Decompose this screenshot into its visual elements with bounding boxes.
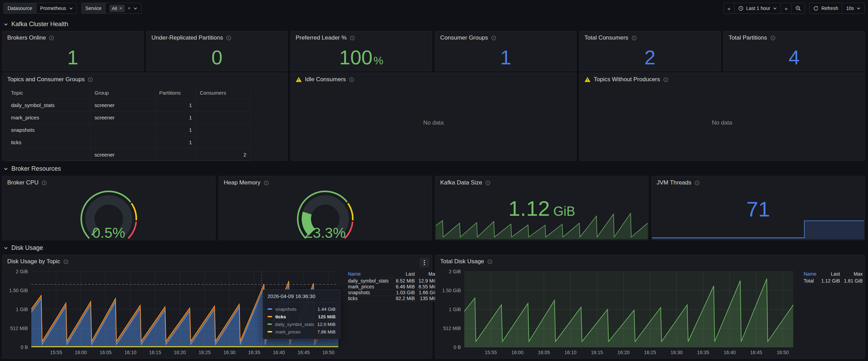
info-icon[interactable] bbox=[88, 77, 93, 82]
grafana-dashboard: Datasource Prometheus Service All × × bbox=[0, 0, 868, 361]
col-header-partitions[interactable]: Partitions bbox=[155, 87, 196, 99]
info-icon[interactable] bbox=[632, 35, 637, 41]
legend-header-name[interactable]: Name bbox=[348, 270, 392, 278]
panel-title: Heap Memory bbox=[224, 179, 261, 186]
cell-consumers bbox=[196, 124, 250, 136]
time-range-label: Last 1 hour bbox=[746, 6, 770, 11]
svg-text:23.3%: 23.3% bbox=[305, 225, 346, 241]
service-chip-all[interactable]: All × bbox=[109, 5, 125, 12]
info-icon[interactable] bbox=[42, 180, 47, 185]
stat-body: 71 bbox=[652, 189, 865, 240]
col-header-consumers[interactable]: Consumers bbox=[196, 87, 250, 99]
panel-title-row[interactable]: Total Disk Usage bbox=[435, 255, 865, 267]
clear-all-icon[interactable]: × bbox=[128, 6, 130, 11]
datasource-value: Prometheus bbox=[40, 6, 66, 11]
info-icon[interactable] bbox=[491, 35, 496, 41]
tooltip-series-name: snapshots bbox=[275, 307, 314, 312]
info-icon[interactable] bbox=[770, 35, 775, 41]
info-icon[interactable] bbox=[226, 35, 231, 41]
svg-text:16:40: 16:40 bbox=[273, 350, 285, 355]
svg-text:2 GiB: 2 GiB bbox=[449, 269, 461, 274]
section-broker-resources[interactable]: Broker Resources bbox=[4, 165, 61, 172]
datasource-select[interactable]: Prometheus bbox=[36, 3, 77, 13]
info-icon[interactable] bbox=[349, 77, 354, 82]
info-icon[interactable] bbox=[264, 180, 269, 185]
info-icon[interactable] bbox=[485, 180, 490, 185]
legend-header-max[interactable]: Max bbox=[840, 270, 863, 278]
zoom-out-button[interactable] bbox=[791, 3, 805, 13]
svg-text:16:40: 16:40 bbox=[723, 350, 735, 355]
time-shift-back-button[interactable]: « bbox=[724, 3, 734, 13]
panel-title-row[interactable]: Under-Replicated Partitions bbox=[147, 31, 287, 44]
legend-series-name[interactable]: Total bbox=[804, 278, 817, 284]
legend-header-max[interactable]: Max bbox=[415, 270, 437, 278]
datasource-label: Datasource bbox=[4, 3, 36, 13]
panel-brokers-online: Brokers Online 1 bbox=[2, 31, 144, 71]
legend-series-name[interactable]: mark_prices bbox=[348, 284, 392, 289]
service-select[interactable]: All × × bbox=[106, 3, 141, 13]
col-header-group[interactable]: Group bbox=[91, 87, 155, 99]
panel-title-row[interactable]: Total Consumers bbox=[580, 31, 720, 44]
info-icon[interactable] bbox=[49, 35, 54, 41]
broker-cpu-gauge: 0.5% bbox=[59, 189, 159, 241]
section-kafka-cluster-health[interactable]: Kafka Cluster Health bbox=[4, 21, 68, 28]
info-icon[interactable] bbox=[63, 259, 68, 264]
legend-header-name[interactable]: Name bbox=[804, 270, 817, 278]
stat-unit: % bbox=[373, 54, 383, 67]
tooltip-series-value: 7.86 MiB bbox=[317, 329, 336, 335]
section-disk-usage[interactable]: Disk Usage bbox=[4, 244, 43, 252]
refresh-button[interactable]: Refresh bbox=[809, 3, 842, 13]
col-header-topic[interactable]: Topic bbox=[7, 87, 91, 99]
legend-max-value: 12.9 MiB bbox=[415, 278, 437, 284]
time-range-picker[interactable]: Last 1 hour bbox=[734, 3, 781, 13]
info-icon[interactable] bbox=[350, 35, 355, 41]
chevrons-left-icon: « bbox=[728, 6, 730, 11]
panel-title-row[interactable]: Heap Memory bbox=[219, 176, 432, 189]
panel-title-row[interactable]: JVM Threads bbox=[652, 176, 865, 189]
svg-text:16:25: 16:25 bbox=[199, 350, 211, 355]
info-icon[interactable] bbox=[663, 77, 668, 82]
legend-spacer bbox=[797, 273, 804, 275]
chip-close-icon[interactable]: × bbox=[119, 6, 122, 11]
legend-series-name[interactable]: snapshots bbox=[348, 290, 392, 295]
panel-title-row[interactable]: Idle Consumers bbox=[291, 73, 576, 85]
panel-kafka-data-size: Kafka Data Size 1.12GiB bbox=[435, 176, 648, 240]
panel-title-row[interactable]: Disk Usage by Topic bbox=[2, 255, 432, 267]
legend-series-name[interactable]: daily_symbol_stats bbox=[348, 278, 392, 284]
legend-last-value: 1.12 GiB bbox=[817, 278, 840, 284]
time-controls: « Last 1 hour » bbox=[723, 3, 865, 14]
total-disk-legend: Name Last Max Total 1.12 GiB 1.81 GiB bbox=[797, 270, 861, 284]
panel-title-row[interactable]: Preferred Leader % bbox=[291, 31, 432, 44]
panel-title-row[interactable]: Consumer Groups bbox=[435, 31, 576, 44]
legend-series-name[interactable]: ticks bbox=[348, 296, 392, 301]
panel-title-row[interactable]: Total Partitions bbox=[724, 31, 865, 44]
tooltip-series-value: 12.0 MiB bbox=[317, 322, 336, 327]
svg-text:1 GiB: 1 GiB bbox=[449, 307, 461, 312]
info-icon[interactable] bbox=[487, 259, 493, 264]
legend-header-last[interactable]: Last bbox=[392, 270, 415, 278]
panel-title-row[interactable]: Broker CPU bbox=[2, 176, 215, 189]
panel-title-row[interactable]: Topics Without Producers bbox=[580, 73, 865, 85]
cell-partitions: 1 bbox=[155, 124, 196, 136]
time-shift-forward-button[interactable]: » bbox=[781, 3, 791, 13]
svg-text:512 MiB: 512 MiB bbox=[10, 326, 28, 331]
warning-icon[interactable] bbox=[296, 77, 302, 82]
stat-value: 1 bbox=[500, 46, 511, 69]
panel-title-row[interactable]: Topics and Consumer Groups bbox=[2, 73, 287, 85]
refresh-interval-select[interactable]: 10s bbox=[842, 3, 864, 13]
chevron-down-icon bbox=[69, 7, 73, 10]
table-row: ticks 1 bbox=[7, 136, 250, 149]
panel-title-row[interactable]: Kafka Data Size bbox=[435, 176, 648, 189]
panel-jvm-threads: JVM Threads 71 bbox=[652, 176, 865, 240]
legend-max-value: 8.55 MiB bbox=[415, 284, 437, 289]
warning-icon[interactable] bbox=[584, 77, 591, 82]
svg-text:16:20: 16:20 bbox=[617, 350, 629, 355]
svg-text:16:00: 16:00 bbox=[75, 350, 87, 355]
legend-header-last[interactable]: Last bbox=[817, 270, 840, 278]
svg-text:0.5%: 0.5% bbox=[92, 225, 125, 241]
tooltip-timestamp: 2026-04-09 16:36:30 bbox=[267, 293, 336, 302]
panel-menu-button[interactable] bbox=[420, 258, 429, 267]
info-icon[interactable] bbox=[695, 180, 700, 185]
stat-number: 100 bbox=[339, 46, 372, 69]
panel-title-row[interactable]: Brokers Online bbox=[2, 31, 143, 44]
